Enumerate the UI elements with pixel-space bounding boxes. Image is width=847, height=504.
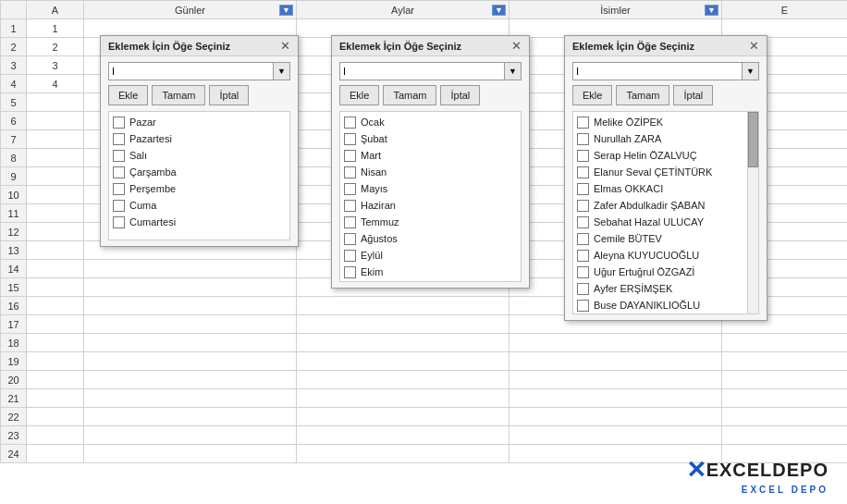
aylar-item-7[interactable]: Ağustos (340, 230, 521, 247)
aylar-checkbox-5[interactable] (344, 200, 356, 212)
aylar-item-10[interactable]: Kasım (340, 280, 521, 282)
cell-b-14[interactable] (84, 260, 297, 278)
isimler-checkbox-4[interactable] (577, 183, 589, 195)
dialog-isimler-tamam-btn[interactable]: Tamam (616, 85, 669, 105)
gunler-item-5[interactable]: Cuma (109, 197, 289, 214)
gunler-checkbox-2[interactable] (113, 150, 125, 162)
cell-b-21[interactable] (84, 389, 297, 408)
cell-c-22[interactable] (297, 408, 509, 426)
cell-b-17[interactable] (84, 315, 297, 334)
dialog-gunler-tamam-btn[interactable]: Tamam (152, 85, 205, 105)
isimler-item-11[interactable]: Buse DAYANIKLIOĞLU (573, 297, 758, 313)
cell-a-24[interactable] (27, 445, 84, 463)
cell-a-19[interactable] (27, 352, 84, 371)
aylar-checkbox-8[interactable] (344, 250, 356, 262)
aylar-checkbox-4[interactable] (344, 183, 356, 195)
cell-b-24[interactable] (84, 445, 297, 463)
isimler-checkbox-6[interactable] (577, 216, 589, 228)
aylar-item-4[interactable]: Mayıs (340, 180, 521, 197)
cell-a-18[interactable] (27, 334, 84, 352)
cell-a-11[interactable] (27, 204, 84, 223)
cell-d-20[interactable] (509, 371, 722, 389)
cell-e-19[interactable] (722, 352, 848, 371)
cell-a-1[interactable]: 1 (27, 19, 84, 38)
gunler-checkbox-6[interactable] (113, 216, 125, 228)
isimler-item-6[interactable]: Sebahat Hazal ULUCAY (573, 214, 758, 230)
isimler-checkbox-3[interactable] (577, 166, 589, 178)
cell-a-12[interactable] (27, 223, 84, 241)
isimler-item-5[interactable]: Zafer Abdulkadir ŞABAN (573, 197, 758, 214)
dialog-isimler-iptal-btn[interactable]: İptal (673, 85, 713, 105)
gunler-item-6[interactable]: Cumartesi (109, 214, 289, 230)
cell-d-18[interactable] (509, 334, 722, 352)
cell-b-22[interactable] (84, 408, 297, 426)
cell-c-24[interactable] (297, 445, 509, 463)
cell-a-20[interactable] (27, 371, 84, 389)
isimler-item-2[interactable]: Serap Helin ÖZALVUÇ (573, 147, 758, 164)
gunler-checkbox-5[interactable] (113, 200, 125, 212)
cell-a-22[interactable] (27, 408, 84, 426)
cell-e-20[interactable] (722, 371, 848, 389)
col-b-dropdown-arrow[interactable]: ▼ (279, 5, 293, 16)
cell-b-20[interactable] (84, 371, 297, 389)
aylar-checkbox-9[interactable] (344, 266, 356, 278)
cell-a-8[interactable] (27, 149, 84, 167)
cell-e-23[interactable] (722, 426, 848, 445)
isimler-item-3[interactable]: Elanur Seval ÇETİNTÜRK (573, 164, 758, 180)
isimler-item-7[interactable]: Cemile BÜTEV (573, 230, 758, 247)
dialog-gunler-search-input[interactable] (108, 62, 274, 80)
cell-b-15[interactable] (84, 278, 297, 297)
isimler-checkbox-11[interactable] (577, 300, 589, 312)
isimler-checkbox-8[interactable] (577, 250, 589, 262)
isimler-item-0[interactable]: Melike ÖZİPEK (573, 114, 758, 130)
aylar-item-5[interactable]: Haziran (340, 197, 521, 214)
dialog-gunler-ekle-btn[interactable]: Ekle (108, 85, 148, 105)
aylar-item-0[interactable]: Ocak (340, 114, 521, 130)
cell-a-15[interactable] (27, 278, 84, 297)
cell-d-21[interactable] (509, 389, 722, 408)
aylar-item-6[interactable]: Temmuz (340, 214, 521, 230)
cell-c-19[interactable] (297, 352, 509, 371)
aylar-checkbox-7[interactable] (344, 233, 356, 245)
cell-c-17[interactable] (297, 315, 509, 334)
cell-a-3[interactable]: 3 (27, 56, 84, 75)
isimler-item-1[interactable]: Nurullah ZARA (573, 130, 758, 147)
isimler-scrollbar[interactable] (747, 112, 758, 313)
dialog-isimler-ekle-btn[interactable]: Ekle (572, 85, 612, 105)
aylar-item-1[interactable]: Şubat (340, 130, 521, 147)
cell-d-19[interactable] (509, 352, 722, 371)
aylar-checkbox-2[interactable] (344, 150, 356, 162)
gunler-item-0[interactable]: Pazar (109, 114, 289, 130)
cell-a-5[interactable] (27, 93, 84, 112)
cell-a-23[interactable] (27, 426, 84, 445)
gunler-checkbox-0[interactable] (113, 117, 125, 129)
isimler-checkbox-9[interactable] (577, 266, 589, 278)
dialog-aylar-search-dropdown[interactable]: ▼ (505, 62, 522, 80)
isimler-item-9[interactable]: Uğur Ertuğrul ÖZGAZİ (573, 264, 758, 280)
cell-b-16[interactable] (84, 297, 297, 315)
gunler-item-2[interactable]: Salı (109, 147, 289, 164)
cell-d-22[interactable] (509, 408, 722, 426)
aylar-item-2[interactable]: Mart (340, 147, 521, 164)
dialog-aylar-search-input[interactable] (339, 62, 505, 80)
cell-a-13[interactable] (27, 241, 84, 260)
cell-b-19[interactable] (84, 352, 297, 371)
cell-a-6[interactable] (27, 112, 84, 130)
aylar-item-9[interactable]: Ekim (340, 264, 521, 280)
cell-b-23[interactable] (84, 426, 297, 445)
aylar-item-3[interactable]: Nisan (340, 164, 521, 180)
isimler-item-8[interactable]: Aleyna KUYUCUOĞLU (573, 247, 758, 264)
cell-d-23[interactable] (509, 426, 722, 445)
aylar-item-8[interactable]: Eylül (340, 247, 521, 264)
dialog-isimler-search-input[interactable] (572, 62, 743, 80)
dialog-isimler-search-dropdown[interactable]: ▼ (743, 62, 759, 80)
cell-c-16[interactable] (297, 297, 509, 315)
col-c-dropdown-arrow[interactable]: ▼ (492, 5, 506, 16)
cell-a-2[interactable]: 2 (27, 38, 84, 56)
dialog-aylar-iptal-btn[interactable]: İptal (440, 85, 480, 105)
cell-b-18[interactable] (84, 334, 297, 352)
gunler-item-4[interactable]: Perşembe (109, 180, 289, 197)
aylar-checkbox-1[interactable] (344, 133, 356, 145)
cell-a-17[interactable] (27, 315, 84, 334)
cell-c-20[interactable] (297, 371, 509, 389)
